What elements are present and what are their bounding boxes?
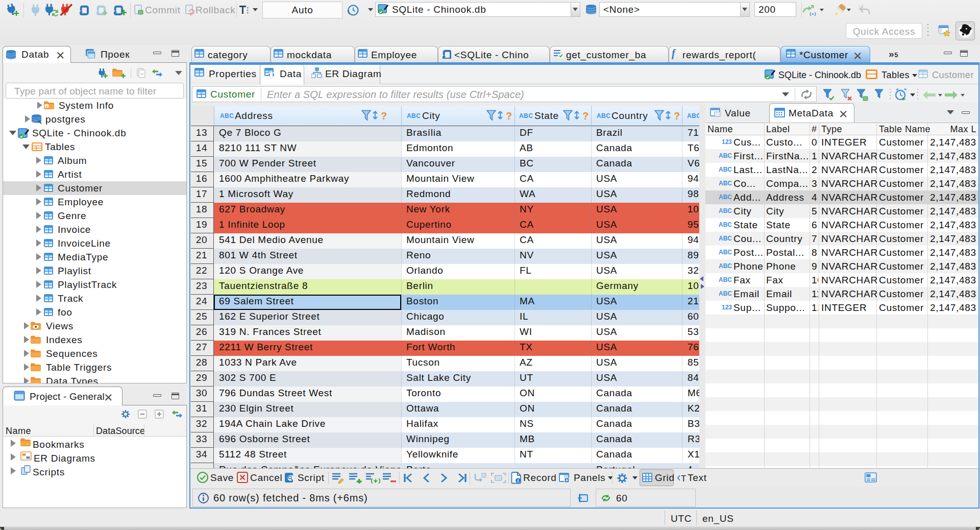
svg-text:T: T (681, 474, 686, 483)
svg-text:?: ? (381, 110, 387, 122)
svg-text:?: ? (674, 110, 680, 122)
svg-text:?: ? (506, 110, 512, 122)
svg-text:?: ? (582, 110, 589, 122)
svg-text:i: i (518, 478, 519, 484)
